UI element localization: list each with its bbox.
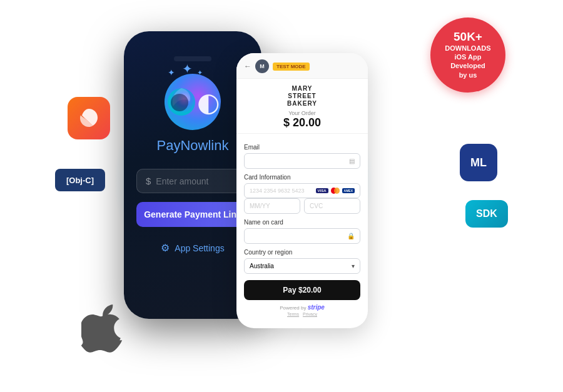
objc-badge: [Obj-C]	[55, 169, 105, 191]
merchant-avatar: M	[255, 59, 269, 73]
generate-payment-link-button[interactable]: Generate Payment Link	[136, 202, 249, 227]
terms-link[interactable]: Terms	[287, 312, 299, 316]
name-label: Name on card	[244, 219, 360, 226]
phone-light: ← M TEST MODE MARY STREET BAKERY Your Or…	[236, 53, 368, 328]
order-amount: $ 20.00	[244, 116, 360, 129]
scene: 50K+ DOWNLOADS iOS App Developed by us […	[0, 0, 563, 392]
sdk-badge: SDK	[465, 200, 508, 228]
gear-icon: ⚙	[161, 242, 170, 254]
downloads-badge: 50K+ DOWNLOADS iOS App Developed by us	[430, 18, 505, 93]
stripe-logo: stripe	[308, 304, 325, 311]
powered-by: Powered by stripe	[244, 304, 360, 311]
downloads-label: DOWNLOADS iOS App Developed by us	[445, 44, 490, 79]
stripe-header: ← M TEST MODE	[236, 53, 368, 79]
amount-placeholder-text: Enter amount	[156, 176, 208, 186]
privacy-link[interactable]: Privacy	[303, 312, 317, 316]
card-info-label: Card Information	[244, 174, 360, 181]
payment-form: Email ▤ Card Information 1234 2354 9632 …	[236, 134, 368, 328]
order-label: Your Order	[244, 110, 360, 116]
app-name: PayNowlink	[157, 138, 229, 154]
lock-icon: 🔒	[347, 233, 355, 239]
amex-icon: AMEX	[342, 188, 355, 193]
settings-label: App Settings	[175, 243, 224, 253]
country-value: Australia	[250, 263, 274, 269]
apple-logo	[81, 304, 125, 354]
country-select[interactable]: Australia ▾	[244, 258, 360, 274]
expiry-placeholder: MM/YY	[250, 203, 270, 209]
country-label: Country or region	[244, 249, 360, 256]
visa-icon: VISA	[316, 188, 328, 193]
merchant-info: MARY STREET BAKERY Your Order $ 20.00	[236, 79, 368, 134]
email-icon: ▤	[349, 158, 355, 164]
ml-badge: ML	[460, 144, 497, 181]
downloads-count: 50K+	[454, 31, 482, 44]
pay-button[interactable]: Pay $20.00	[244, 280, 360, 300]
svg-point-1	[171, 94, 188, 111]
app-settings-row[interactable]: ⚙ App Settings	[161, 242, 224, 254]
test-mode-badge: TEST MODE	[273, 63, 310, 71]
terms-row: Terms Privacy	[244, 312, 360, 316]
cvc-input[interactable]: CVC	[304, 198, 360, 214]
card-expiry-cvc-row: MM/YY CVC	[244, 198, 360, 214]
dollar-sign: $	[146, 176, 151, 186]
card-icons: VISA AMEX	[316, 188, 355, 194]
cvc-placeholder: CVC	[310, 203, 323, 209]
chevron-down-icon: ▾	[352, 263, 355, 269]
merchant-name: MARY STREET BAKERY	[244, 85, 360, 108]
swift-badge	[68, 97, 110, 139]
expiry-input[interactable]: MM/YY	[244, 198, 300, 214]
card-number-placeholder: 1234 2354 9632 5423	[250, 188, 305, 194]
back-arrow-icon[interactable]: ←	[244, 62, 251, 71]
email-input[interactable]: ▤	[244, 153, 360, 169]
name-input[interactable]: 🔒	[244, 228, 360, 244]
amount-input-wrapper[interactable]: $ Enter amount	[136, 169, 249, 193]
card-number-input[interactable]: 1234 2354 9632 5423 VISA AMEX	[244, 183, 360, 198]
phone-notch	[174, 56, 211, 61]
email-label: Email	[244, 144, 360, 151]
app-logo	[165, 74, 221, 130]
